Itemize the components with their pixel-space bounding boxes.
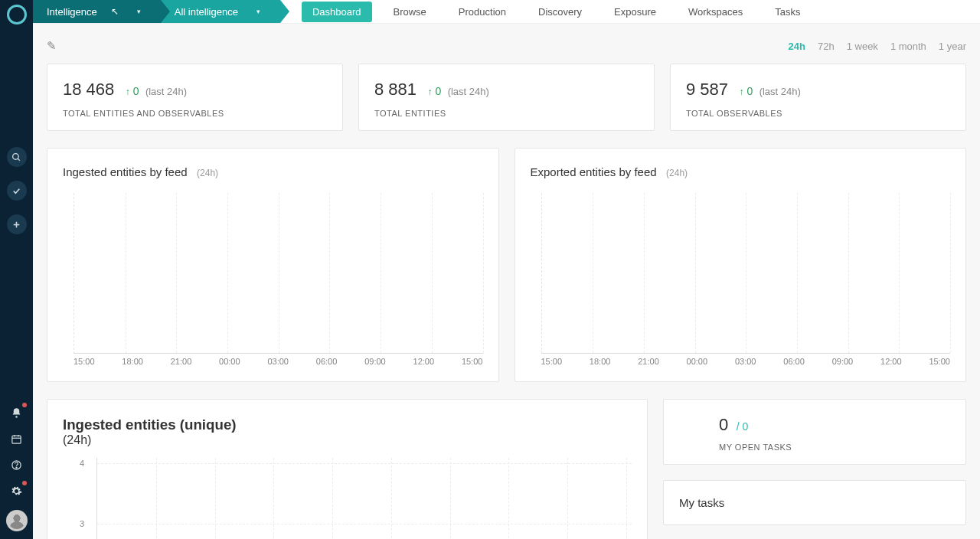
content: ✎ 24h 72h 1 week 1 month 1 year 18 468 ↑… <box>33 24 980 539</box>
arrow-up-icon: ↑ <box>428 87 433 97</box>
chart-ingested-unique: Ingested entities (unique) (24h) 4 3 <box>47 399 648 539</box>
kpi-label: TOTAL ENTITIES <box>374 109 639 118</box>
chart-sub: (24h) <box>197 168 218 178</box>
chart-title: Exported entities by feed <box>531 165 657 178</box>
kpi-total-entities-observables: 18 468 ↑ 0 (last 24h) TOTAL ENTITIES AND… <box>47 64 343 131</box>
breadcrumb-label: Intelligence <box>47 6 97 18</box>
chart-plot <box>541 193 951 354</box>
notification-dot-icon <box>22 481 27 485</box>
time-range-1week[interactable]: 1 week <box>847 41 878 52</box>
time-range-24h[interactable]: 24h <box>789 41 805 52</box>
notification-dot-icon <box>22 403 27 407</box>
tab-production[interactable]: Production <box>448 2 517 22</box>
kpi-period: (last 24h) <box>760 86 801 97</box>
edit-icon[interactable]: ✎ <box>47 39 57 53</box>
avatar[interactable] <box>6 510 28 531</box>
bell-icon[interactable] <box>7 403 27 423</box>
time-range-1year[interactable]: 1 year <box>939 41 966 52</box>
chevron-down-icon: ▾ <box>137 8 141 15</box>
check-icon[interactable] <box>7 181 27 201</box>
chart-exported: Exported entities by feed (24h) 15:0018:… <box>514 148 967 382</box>
chart-ingested: Ingested entities by feed (24h) 15:0018:… <box>47 148 499 382</box>
calendar-icon[interactable] <box>7 429 27 449</box>
gear-icon[interactable] <box>7 481 27 501</box>
kpi-total-observables: 9 587 ↑ 0 (last 24h) TOTAL OBSERVABLES <box>670 64 966 131</box>
time-range-1month[interactable]: 1 month <box>890 41 926 52</box>
kpi-my-open-tasks: 0 / 0 MY OPEN TASKS <box>663 399 966 465</box>
kpi-label: TOTAL ENTITIES AND OBSERVABLES <box>63 109 327 118</box>
svg-point-4 <box>15 416 18 418</box>
breadcrumb-level2[interactable]: All intelligence ▾ <box>161 0 280 23</box>
chart-sub: (24h) <box>666 168 688 178</box>
kpi-delta: 0 <box>133 85 139 97</box>
cursor-icon: ↖ <box>111 6 119 17</box>
tabs: Dashboard Browse Production Discovery Ex… <box>302 0 812 23</box>
svg-rect-5 <box>12 436 21 443</box>
chart-title: Ingested entities by feed <box>63 165 188 178</box>
ytick: 4 <box>80 459 84 468</box>
chevron-down-icon: ▾ <box>256 8 260 15</box>
logo-icon <box>7 5 27 24</box>
svg-line-1 <box>18 158 20 161</box>
arrow-up-icon: ↑ <box>126 87 130 97</box>
time-range-72h[interactable]: 72h <box>818 41 835 52</box>
search-icon[interactable] <box>7 147 27 167</box>
chart-xaxis: 15:0018:0021:0000:0003:0006:0009:0012:00… <box>541 357 951 369</box>
chart-plot <box>74 193 483 354</box>
tab-discovery[interactable]: Discovery <box>528 2 593 22</box>
breadcrumb-label: All intelligence <box>175 6 238 18</box>
time-range: 24h 72h 1 week 1 month 1 year <box>789 41 966 52</box>
kpi-label: TOTAL OBSERVABLES <box>686 109 950 118</box>
tasks-label: MY OPEN TASKS <box>719 443 950 452</box>
chart-title: Ingested entities (unique) <box>63 416 632 433</box>
arrow-up-icon: ↑ <box>740 87 744 97</box>
my-tasks-title: My tasks <box>679 496 950 509</box>
tab-browse[interactable]: Browse <box>383 2 437 22</box>
help-icon[interactable] <box>7 455 27 475</box>
my-tasks-card: My tasks <box>663 480 966 525</box>
tasks-open-value: 0 <box>719 415 728 434</box>
kpi-value: 8 881 <box>374 80 416 99</box>
tab-exposure[interactable]: Exposure <box>603 2 667 22</box>
chart-plot <box>96 458 632 539</box>
tab-tasks[interactable]: Tasks <box>764 2 811 22</box>
kpi-period: (last 24h) <box>448 86 489 97</box>
kpi-period: (last 24h) <box>145 86 187 97</box>
chart-xaxis: 15:0018:0021:0000:0003:0006:0009:0012:00… <box>74 357 483 369</box>
breadcrumb-level1[interactable]: Intelligence ↖ ▾ <box>33 0 161 23</box>
add-icon[interactable] <box>7 214 27 234</box>
topbar: Intelligence ↖ ▾ All intelligence ▾ Dash… <box>33 0 980 24</box>
kpi-value: 18 468 <box>63 80 114 99</box>
sidebar <box>0 0 33 539</box>
ytick: 3 <box>80 519 84 528</box>
kpi-value: 9 587 <box>686 80 728 99</box>
svg-point-10 <box>16 467 17 468</box>
kpi-total-entities: 8 881 ↑ 0 (last 24h) TOTAL ENTITIES <box>358 64 655 131</box>
tab-workspaces[interactable]: Workspaces <box>678 2 753 22</box>
tasks-total: / 0 <box>737 420 749 433</box>
chart-sub: (24h) <box>63 433 91 446</box>
kpi-delta: 0 <box>435 85 441 97</box>
tab-dashboard[interactable]: Dashboard <box>302 2 372 22</box>
kpi-delta: 0 <box>746 85 753 97</box>
svg-point-0 <box>13 153 19 159</box>
